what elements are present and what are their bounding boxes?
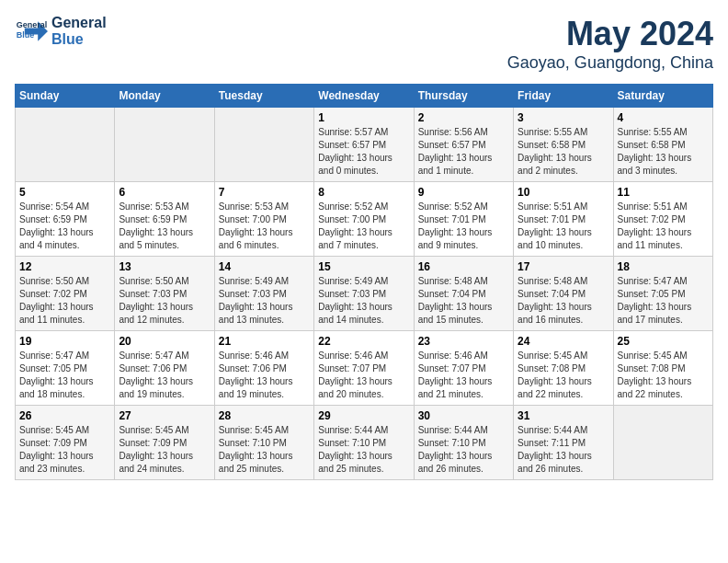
day-info: Sunrise: 5:48 AMSunset: 7:04 PMDaylight:…: [418, 275, 509, 327]
day-info: Sunrise: 5:47 AMSunset: 7:05 PMDaylight:…: [19, 350, 110, 401]
calendar-cell: 18Sunrise: 5:47 AMSunset: 7:05 PMDayligh…: [613, 257, 712, 331]
calendar-cell: 11Sunrise: 5:51 AMSunset: 7:02 PMDayligh…: [613, 182, 712, 257]
calendar-cell: 30Sunrise: 5:44 AMSunset: 7:10 PMDayligh…: [414, 406, 513, 480]
day-number: 6: [119, 186, 210, 199]
header: General Blue General Blue May 2024 Gaoya…: [15, 15, 713, 73]
calendar-week-2: 5Sunrise: 5:54 AMSunset: 6:59 PMDaylight…: [16, 182, 713, 257]
calendar-week-1: 1Sunrise: 5:57 AMSunset: 6:57 PMDaylight…: [16, 108, 713, 182]
day-info: Sunrise: 5:47 AMSunset: 7:06 PMDaylight:…: [119, 350, 210, 401]
calendar-cell: 2Sunrise: 5:56 AMSunset: 6:57 PMDaylight…: [414, 108, 513, 182]
day-number: 14: [219, 260, 310, 273]
calendar-cell: 5Sunrise: 5:54 AMSunset: 6:59 PMDaylight…: [16, 182, 115, 257]
day-info: Sunrise: 5:53 AMSunset: 7:00 PMDaylight:…: [219, 201, 310, 252]
day-info: Sunrise: 5:55 AMSunset: 6:58 PMDaylight:…: [518, 126, 609, 178]
calendar-cell: 7Sunrise: 5:53 AMSunset: 7:00 PMDaylight…: [214, 182, 313, 257]
day-number: 8: [318, 186, 409, 199]
day-info: Sunrise: 5:47 AMSunset: 7:05 PMDaylight:…: [618, 275, 709, 327]
day-info: Sunrise: 5:53 AMSunset: 6:59 PMDaylight:…: [119, 201, 210, 252]
day-info: Sunrise: 5:44 AMSunset: 7:11 PMDaylight:…: [518, 424, 609, 476]
day-number: 2: [418, 111, 509, 124]
calendar-cell: [214, 108, 313, 182]
day-number: 25: [618, 335, 709, 348]
svg-text:General: General: [17, 20, 48, 29]
calendar-cell: 3Sunrise: 5:55 AMSunset: 6:58 PMDaylight…: [514, 108, 613, 182]
calendar-cell: 25Sunrise: 5:45 AMSunset: 7:08 PMDayligh…: [613, 331, 712, 406]
day-number: 19: [19, 335, 110, 348]
calendar-cell: 10Sunrise: 5:51 AMSunset: 7:01 PMDayligh…: [514, 182, 613, 257]
day-number: 20: [119, 335, 210, 348]
day-number: 1: [318, 111, 409, 124]
day-info: Sunrise: 5:46 AMSunset: 7:06 PMDaylight:…: [219, 350, 310, 401]
calendar-cell: 16Sunrise: 5:48 AMSunset: 7:04 PMDayligh…: [414, 257, 513, 331]
day-info: Sunrise: 5:49 AMSunset: 7:03 PMDaylight:…: [219, 275, 310, 327]
day-number: 16: [418, 260, 509, 273]
logo: General Blue General Blue: [15, 15, 107, 48]
day-info: Sunrise: 5:44 AMSunset: 7:10 PMDaylight:…: [318, 424, 409, 476]
day-number: 30: [418, 409, 509, 422]
calendar-cell: 29Sunrise: 5:44 AMSunset: 7:10 PMDayligh…: [314, 406, 414, 480]
calendar-week-4: 19Sunrise: 5:47 AMSunset: 7:05 PMDayligh…: [16, 331, 713, 406]
calendar-cell: 20Sunrise: 5:47 AMSunset: 7:06 PMDayligh…: [115, 331, 214, 406]
calendar-cell: 1Sunrise: 5:57 AMSunset: 6:57 PMDaylight…: [314, 108, 414, 182]
day-number: 3: [518, 111, 609, 124]
day-info: Sunrise: 5:49 AMSunset: 7:03 PMDaylight:…: [318, 275, 409, 327]
day-info: Sunrise: 5:50 AMSunset: 7:03 PMDaylight:…: [119, 275, 210, 327]
calendar-cell: 31Sunrise: 5:44 AMSunset: 7:11 PMDayligh…: [514, 406, 613, 480]
calendar-cell: 6Sunrise: 5:53 AMSunset: 6:59 PMDaylight…: [115, 182, 214, 257]
day-info: Sunrise: 5:52 AMSunset: 7:01 PMDaylight:…: [418, 201, 509, 252]
day-number: 15: [318, 260, 409, 273]
logo-line2: Blue: [51, 31, 107, 48]
day-info: Sunrise: 5:45 AMSunset: 7:10 PMDaylight:…: [219, 424, 310, 476]
calendar-cell: 21Sunrise: 5:46 AMSunset: 7:06 PMDayligh…: [214, 331, 313, 406]
calendar-cell: 19Sunrise: 5:47 AMSunset: 7:05 PMDayligh…: [16, 331, 115, 406]
day-number: 28: [219, 409, 310, 422]
day-info: Sunrise: 5:56 AMSunset: 6:57 PMDaylight:…: [418, 126, 509, 178]
day-number: 27: [119, 409, 210, 422]
title-area: May 2024 Gaoyao, Guangdong, China: [507, 15, 713, 73]
day-info: Sunrise: 5:55 AMSunset: 6:58 PMDaylight:…: [618, 126, 709, 178]
month-title: May 2024: [507, 15, 713, 53]
day-header-monday: Monday: [115, 85, 214, 108]
day-header-sunday: Sunday: [16, 85, 115, 108]
day-number: 9: [418, 186, 509, 199]
day-number: 31: [518, 409, 609, 422]
day-info: Sunrise: 5:46 AMSunset: 7:07 PMDaylight:…: [418, 350, 509, 401]
day-info: Sunrise: 5:52 AMSunset: 7:00 PMDaylight:…: [318, 201, 409, 252]
calendar-cell: [115, 108, 214, 182]
day-number: 13: [119, 260, 210, 273]
calendar-cell: 23Sunrise: 5:46 AMSunset: 7:07 PMDayligh…: [414, 331, 513, 406]
calendar-cell: 22Sunrise: 5:46 AMSunset: 7:07 PMDayligh…: [314, 331, 414, 406]
calendar-week-5: 26Sunrise: 5:45 AMSunset: 7:09 PMDayligh…: [16, 406, 713, 480]
day-info: Sunrise: 5:45 AMSunset: 7:09 PMDaylight:…: [119, 424, 210, 476]
calendar-cell: [16, 108, 115, 182]
day-header-saturday: Saturday: [613, 85, 712, 108]
svg-text:Blue: Blue: [17, 30, 35, 40]
calendar-cell: [613, 406, 712, 480]
logo-icon: General Blue: [15, 15, 48, 48]
calendar-cell: 12Sunrise: 5:50 AMSunset: 7:02 PMDayligh…: [16, 257, 115, 331]
calendar-cell: 14Sunrise: 5:49 AMSunset: 7:03 PMDayligh…: [214, 257, 313, 331]
calendar-cell: 28Sunrise: 5:45 AMSunset: 7:10 PMDayligh…: [214, 406, 313, 480]
day-header-friday: Friday: [514, 85, 613, 108]
calendar-cell: 4Sunrise: 5:55 AMSunset: 6:58 PMDaylight…: [613, 108, 712, 182]
location-title: Gaoyao, Guangdong, China: [507, 53, 713, 73]
day-number: 21: [219, 335, 310, 348]
day-number: 7: [219, 186, 310, 199]
day-info: Sunrise: 5:45 AMSunset: 7:08 PMDaylight:…: [518, 350, 609, 401]
calendar-cell: 17Sunrise: 5:48 AMSunset: 7:04 PMDayligh…: [514, 257, 613, 331]
day-number: 5: [19, 186, 110, 199]
day-info: Sunrise: 5:50 AMSunset: 7:02 PMDaylight:…: [19, 275, 110, 327]
calendar-cell: 8Sunrise: 5:52 AMSunset: 7:00 PMDaylight…: [314, 182, 414, 257]
calendar-cell: 27Sunrise: 5:45 AMSunset: 7:09 PMDayligh…: [115, 406, 214, 480]
day-info: Sunrise: 5:54 AMSunset: 6:59 PMDaylight:…: [19, 201, 110, 252]
day-info: Sunrise: 5:51 AMSunset: 7:01 PMDaylight:…: [518, 201, 609, 252]
day-header-tuesday: Tuesday: [214, 85, 313, 108]
day-info: Sunrise: 5:46 AMSunset: 7:07 PMDaylight:…: [318, 350, 409, 401]
day-info: Sunrise: 5:48 AMSunset: 7:04 PMDaylight:…: [518, 275, 609, 327]
day-info: Sunrise: 5:51 AMSunset: 7:02 PMDaylight:…: [618, 201, 709, 252]
day-number: 11: [618, 186, 709, 199]
day-info: Sunrise: 5:44 AMSunset: 7:10 PMDaylight:…: [418, 424, 509, 476]
day-number: 10: [518, 186, 609, 199]
day-number: 24: [518, 335, 609, 348]
day-info: Sunrise: 5:45 AMSunset: 7:09 PMDaylight:…: [19, 424, 110, 476]
